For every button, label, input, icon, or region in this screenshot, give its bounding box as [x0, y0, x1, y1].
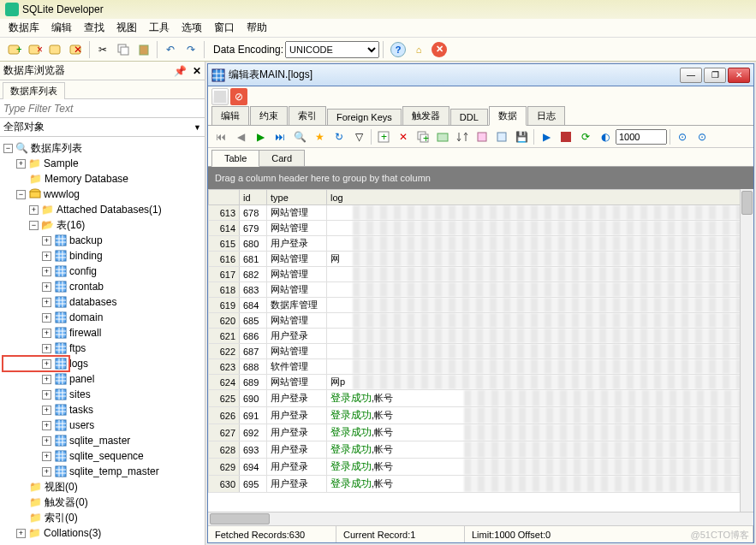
- db-x-icon[interactable]: ✕: [67, 40, 86, 59]
- node-attached[interactable]: Attached Databases(1): [57, 204, 162, 216]
- tree-table-domain[interactable]: +domain: [3, 310, 205, 325]
- paste-icon[interactable]: [134, 40, 153, 59]
- table-row[interactable]: 628693用户登录登录成功,帐号: [209, 441, 753, 459]
- subwin-titlebar[interactable]: 编辑表MAIN.[logs] — ❐ ✕: [208, 64, 753, 86]
- scroll-thumb[interactable]: [210, 513, 270, 524]
- page-next-icon[interactable]: ⊙: [693, 127, 711, 146]
- close-panel-icon[interactable]: ✕: [193, 65, 201, 77]
- table-row[interactable]: 615680用户登录: [209, 236, 753, 252]
- tab-Foreign Keys[interactable]: Foreign Keys: [327, 109, 402, 125]
- table-row[interactable]: 620685网站管理: [209, 313, 753, 329]
- tab-日志[interactable]: 日志: [527, 106, 565, 125]
- view-tab-card[interactable]: Card: [259, 150, 305, 166]
- tree-table-logs[interactable]: +logs: [3, 356, 205, 371]
- menu-options[interactable]: 选项: [182, 21, 202, 35]
- tab-索引[interactable]: 索引: [289, 106, 326, 125]
- node-indexes[interactable]: 索引(0): [45, 511, 78, 525]
- expand-icon[interactable]: +: [42, 390, 51, 400]
- db-refresh-icon[interactable]: [46, 40, 65, 59]
- node-wwwlog[interactable]: wwwlog: [44, 188, 80, 200]
- table-row[interactable]: 618683网站管理: [209, 282, 753, 298]
- menu-edit[interactable]: 编辑: [51, 21, 72, 35]
- expand-icon[interactable]: +: [16, 159, 26, 169]
- menu-help[interactable]: 帮助: [247, 21, 267, 35]
- table-row[interactable]: 622687网站管理: [209, 344, 753, 359]
- node-triggers[interactable]: 触发器(0): [45, 495, 88, 510]
- table-row[interactable]: 629694用户登录登录成功,帐号: [209, 459, 753, 476]
- node-sample[interactable]: Sample: [44, 157, 79, 169]
- view-tab-table[interactable]: Table: [211, 150, 259, 167]
- delete-row-icon[interactable]: ✕: [394, 127, 413, 146]
- col-type[interactable]: type: [267, 190, 327, 205]
- copy-icon[interactable]: [114, 40, 133, 59]
- table-row[interactable]: 627692用户登录登录成功,帐号: [209, 424, 753, 441]
- limit-input[interactable]: [616, 129, 667, 145]
- tree-table-panel[interactable]: +panel: [3, 371, 205, 387]
- collapse-icon[interactable]: −: [3, 144, 13, 153]
- export-icon[interactable]: [433, 127, 452, 146]
- scroll-thumb[interactable]: [741, 191, 753, 215]
- tree-table-tasks[interactable]: +tasks: [3, 402, 205, 418]
- object-filter-combo[interactable]: 全部对象 ▼: [0, 118, 205, 137]
- run-icon[interactable]: ▶: [537, 127, 556, 146]
- expand-icon[interactable]: +: [42, 313, 51, 323]
- first-icon[interactable]: ⏮: [211, 127, 230, 146]
- menu-view[interactable]: 视图: [116, 21, 137, 35]
- collapse-icon[interactable]: −: [29, 221, 39, 230]
- expand-icon[interactable]: +: [42, 282, 51, 292]
- refresh2-icon[interactable]: ⟳: [576, 127, 595, 146]
- tab-DDL[interactable]: DDL: [450, 109, 488, 125]
- menu-find[interactable]: 查找: [84, 21, 104, 35]
- tree-table-config[interactable]: +config: [3, 264, 205, 279]
- tab-编辑[interactable]: 编辑: [211, 106, 249, 125]
- tree-table-binding[interactable]: +binding: [3, 248, 205, 264]
- data-grid[interactable]: idtypelog 613678网站管理614679网站管理615680用户登录…: [208, 189, 753, 493]
- encoding-select[interactable]: UNICODE: [285, 41, 379, 58]
- expand-icon[interactable]: +: [42, 467, 51, 477]
- expand-icon[interactable]: +: [42, 359, 51, 369]
- node-tables[interactable]: 表(16): [57, 218, 85, 233]
- bookmark-icon[interactable]: ★: [310, 127, 329, 146]
- expand-icon[interactable]: +: [42, 236, 51, 246]
- help-icon[interactable]: ?: [390, 42, 406, 57]
- redo-icon[interactable]: ↷: [182, 40, 200, 59]
- tree-table-crontab[interactable]: +crontab: [3, 279, 205, 294]
- expand-icon[interactable]: +: [42, 452, 51, 461]
- expand-icon[interactable]: +: [42, 344, 51, 353]
- expand-icon[interactable]: +: [42, 375, 51, 384]
- tree-table-sites[interactable]: +sites: [3, 387, 205, 402]
- tree-table-sqlite_master[interactable]: +sqlite_master: [3, 433, 205, 448]
- table-row[interactable]: 623688软件管理: [209, 359, 753, 375]
- table-row[interactable]: 614679网站管理: [209, 221, 753, 236]
- table-row[interactable]: 613678网站管理: [209, 205, 753, 221]
- tree-table-backup[interactable]: +backup: [3, 233, 205, 248]
- expand-icon[interactable]: +: [16, 529, 26, 538]
- prev-icon[interactable]: ◀: [231, 127, 250, 146]
- collapse-icon[interactable]: −: [16, 190, 26, 199]
- find-icon[interactable]: 🔍: [290, 127, 309, 146]
- filter-icon[interactable]: ▽: [349, 127, 368, 146]
- tab-触发器[interactable]: 触发器: [402, 106, 449, 125]
- table-row[interactable]: 624689网站管理网p: [209, 375, 753, 390]
- expand-icon[interactable]: +: [42, 421, 51, 430]
- table-row[interactable]: 630695用户登录登录成功,帐号: [209, 476, 753, 493]
- sort-icon[interactable]: [453, 127, 472, 146]
- last-icon[interactable]: ⏭: [271, 127, 289, 146]
- tree-table-sqlite_sequence[interactable]: +sqlite_sequence: [3, 448, 205, 464]
- expand-icon[interactable]: +: [42, 252, 51, 261]
- error-icon[interactable]: ✕: [432, 42, 447, 57]
- tab-数据[interactable]: 数据: [489, 106, 527, 126]
- maximize-button[interactable]: ❐: [704, 68, 726, 83]
- tree-table-sqlite_temp_master[interactable]: +sqlite_temp_master: [3, 464, 205, 479]
- tree[interactable]: −🔍数据库列表 +📁Sample 📁Memory Database −wwwlo…: [0, 137, 205, 545]
- tree-table-firewall[interactable]: +firewall: [3, 325, 205, 341]
- node-memory[interactable]: Memory Database: [45, 173, 128, 185]
- undo-icon[interactable]: ↶: [161, 40, 180, 59]
- duplicate-icon[interactable]: +: [414, 127, 432, 146]
- col-log[interactable]: log: [327, 190, 753, 205]
- tree-table-databases[interactable]: +databases: [3, 294, 205, 310]
- tab-db-list[interactable]: 数据库列表: [3, 82, 65, 99]
- filter-input[interactable]: [0, 99, 205, 117]
- table-row[interactable]: 619684数据库管理: [209, 298, 753, 313]
- refresh-icon[interactable]: ↻: [330, 127, 348, 146]
